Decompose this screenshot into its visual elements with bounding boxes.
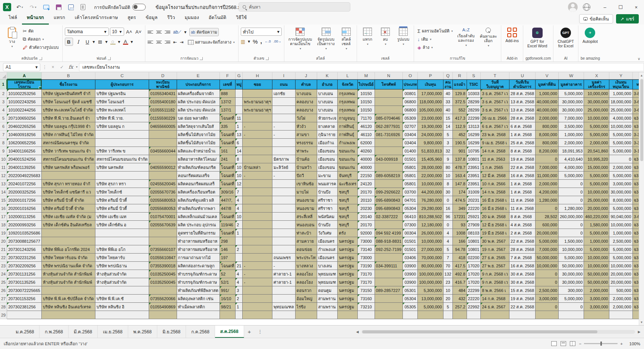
cell-N23[interactable]: 034-399111 (375, 262, 403, 270)
cell-F14[interactable]: 309/16 (220, 188, 236, 196)
search-input[interactable]: ค้นหา (239, 2, 350, 12)
cell-F23[interactable]: โฉนดที่ (220, 262, 236, 270)
cell-C24[interactable]: ห้างหุ้นส่วนจำกัด (95, 270, 149, 278)
cell-O2[interactable]: 00801 (403, 89, 418, 98)
gpt-for-excel-word-button[interactable]: ⦾GPT for Excel Word (525, 26, 549, 50)
cell-E10[interactable]: ผลิตอาหารสัตว์โคนม/ (177, 155, 220, 163)
cell-C13[interactable]: บริษัท สุรภา ทรา (95, 180, 149, 188)
cell-F6[interactable]: 335 (220, 122, 236, 131)
sheet-tab-6[interactable]: ก.ค.2568 (186, 326, 215, 338)
cell-U29[interactable] (509, 311, 536, 319)
row-header-17[interactable]: 17 (0, 213, 7, 221)
cell-S5[interactable]: 22299 (467, 114, 481, 122)
cell-H13[interactable] (243, 180, 272, 188)
align-left-icon[interactable] (148, 41, 153, 44)
cell-O28[interactable]: 05305 (403, 303, 418, 311)
cell-C28[interactable]: บริษัท หลินชิง อิ (95, 303, 149, 311)
cell-L2[interactable]: กรุงเทพม (338, 89, 358, 98)
cell-A3[interactable]: 101002243256 (7, 98, 42, 106)
cell-E14[interactable]: ผลิตเครื่องเรือนหรือต (177, 188, 220, 196)
cell-A24[interactable]: 207301131256 (7, 270, 42, 278)
confirm-entry-button[interactable]: ✓ (58, 65, 66, 70)
cell-P24[interactable]: 100,000,000 (418, 270, 443, 278)
cell-W17[interactable]: 260,000,000 (559, 213, 584, 221)
cell-R17[interactable]: 17231 (453, 213, 467, 221)
cell-G11[interactable]: 10 (236, 163, 243, 172)
comments-button[interactable]: ข้อคิดเห็น (579, 14, 613, 23)
cell-O19[interactable]: 00304 (403, 229, 418, 237)
cell-L20[interactable]: นครปฐม (338, 237, 358, 245)
cell-O27[interactable]: 05304 (403, 295, 418, 303)
row-header-29[interactable]: 29 (0, 311, 7, 319)
cell-I28[interactable]: พุทธมณฑล (272, 303, 296, 311)
cell-C2[interactable]: บริษัท ปฐมพรอิน (95, 89, 149, 98)
cell-X20[interactable]: 1,000,000 (584, 237, 609, 245)
cell-R21[interactable]: 94.78 (453, 245, 467, 254)
cell-T7[interactable]: 23 พ.ค. 2568 (481, 131, 509, 139)
cell-U4[interactable]: 13 ส.ค. 2568 (509, 106, 536, 114)
cell-M6[interactable]: 46120 (358, 122, 375, 131)
cell-C19[interactable] (95, 229, 149, 237)
cell-I29[interactable] (272, 311, 296, 319)
row-header-6[interactable]: 6 (0, 122, 7, 131)
font-size-select[interactable]: 10▾ (110, 28, 124, 36)
cell-V2[interactable]: 1,000,000 (536, 89, 559, 98)
cell-N19[interactable]: 094 592 4199 (375, 229, 403, 237)
cell-I19[interactable] (272, 229, 296, 237)
cell-V13[interactable]: 2,000,000 (536, 180, 559, 188)
format-as-table-button[interactable]: จัดรูปแบบ เป็นตาราง▾ (315, 26, 337, 52)
underline-button[interactable]: U (83, 38, 92, 46)
scroll-left-icon[interactable]: ◀ (355, 330, 360, 334)
cell-V24[interactable]: 0 (536, 270, 559, 278)
cell-W1[interactable]: มูลค่าอาคาร (559, 79, 584, 89)
cell-G10[interactable]: 8 (236, 155, 243, 163)
cell-K2[interactable]: บางบอน (317, 89, 338, 98)
cell-R16[interactable]: 349 (453, 204, 467, 213)
formula-input[interactable]: เลขทะเบียนโรงงาน (79, 63, 644, 71)
cell-G12[interactable]: 10 (236, 172, 243, 180)
cell-E23[interactable]: ผลิตกล่องกระดาษลูก (177, 262, 220, 270)
ribbon-tab-3[interactable]: เค้าโครงหน้ากระดาษ (70, 12, 123, 25)
column-header-T[interactable]: T (481, 72, 509, 79)
cell-Y25[interactable]: 20,000,000 (609, 278, 632, 286)
cell-A20[interactable]: 20730088125677 (7, 237, 42, 245)
cell-X26[interactable]: 2,000,000 (584, 286, 609, 295)
cell-X7[interactable]: 5,000,000 (584, 131, 609, 139)
cell-D29[interactable] (149, 311, 177, 319)
insert-function-button[interactable]: fx (67, 64, 75, 70)
cell-M4[interactable]: 10150 (358, 106, 375, 114)
row-header-19[interactable]: 19 (0, 229, 7, 237)
cell-W21[interactable]: 10,000,000 (559, 245, 584, 254)
conditional-formatting-button[interactable]: การจัดรูปแบบ ตามเงื่อนไข▾ (287, 26, 314, 52)
cell-Y13[interactable]: 3,000,000 (609, 180, 632, 188)
cell-N15[interactable]: 095-6890843 (375, 196, 403, 204)
cell-J13[interactable]: เขาหินซ้อ (296, 180, 317, 188)
cell-G27[interactable]: 2 (236, 295, 243, 303)
cell-N20[interactable]: 088-918-8831 (375, 237, 403, 245)
cell-N12[interactable]: 089-6058219 (375, 172, 403, 180)
cell-V14[interactable]: 4,200,000 (536, 188, 559, 196)
ribbon-tab-6[interactable]: รีวิว (162, 12, 180, 25)
cell-G21[interactable]: 2 (236, 245, 243, 254)
cell-F15[interactable]: 447/7, (220, 196, 236, 204)
cell-I2[interactable]: เอกชัย (272, 89, 296, 98)
cell-Y11[interactable]: 2,000,000 (609, 163, 632, 172)
cell-T27[interactable]: 14 ก.ค. 2568 (481, 295, 509, 303)
cell-S9[interactable]: 10795 (467, 147, 481, 155)
cell-D27[interactable]: 07355620066 (149, 295, 177, 303)
cell-A23[interactable]: 207302209256 (7, 262, 42, 270)
cell-T18[interactable]: 12 มี.ย 2568 เ (481, 221, 509, 229)
cell-H27[interactable] (243, 295, 272, 303)
cell-T24[interactable]: 9 ก.ค. 2568 เว (481, 270, 509, 278)
cell-E17[interactable]: ผลิตเหล็กแผ่นม้วนเคล (177, 213, 220, 221)
cell-K12[interactable]: มะขาม (317, 172, 338, 180)
cell-K18[interactable]: บ้านบึง (317, 221, 338, 229)
number-format-select[interactable]: ทั่วไป▾ (241, 28, 282, 36)
cell-C5[interactable]: บริษัท ที.พี.วาย. (95, 114, 149, 122)
cell-M29[interactable] (358, 311, 375, 319)
cell-P22[interactable]: 70,000,000 (418, 254, 443, 262)
cell-N6[interactable]: 062-2877931 (375, 122, 403, 131)
cell-B11[interactable]: บริษัท นครพลัส พร็อพเพอร์ (42, 163, 95, 172)
cell-Q13[interactable]: 8 (443, 180, 453, 188)
cell-F10[interactable]: 241 (220, 155, 236, 163)
